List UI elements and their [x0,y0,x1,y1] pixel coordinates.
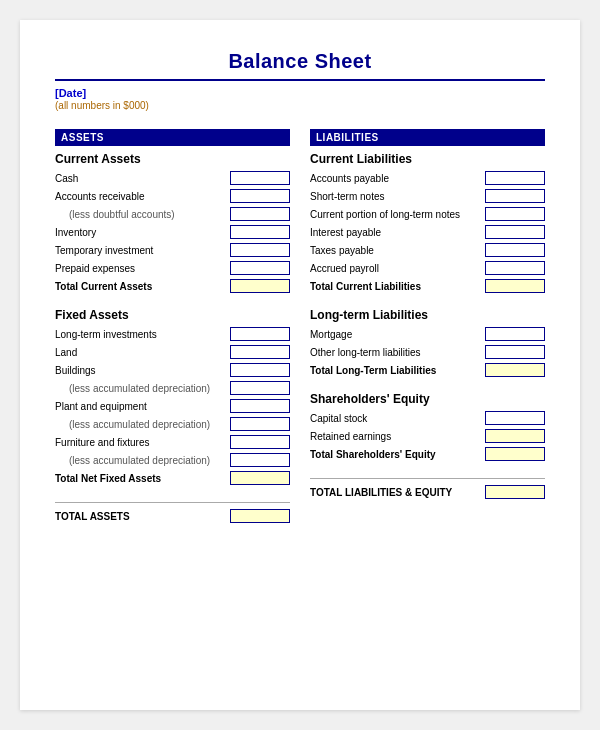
item-label: Cash [55,173,230,184]
page-title: Balance Sheet [55,50,545,73]
title-divider [55,79,545,81]
short-term-notes-input[interactable] [485,189,545,203]
total-current-liabilities-input[interactable] [485,279,545,293]
item-label: Prepaid expenses [55,263,230,274]
list-item: (less accumulated depreciation) [55,380,290,396]
temp-investment-input[interactable] [230,243,290,257]
item-label: (less accumulated depreciation) [55,383,230,394]
list-item: Inventory [55,224,290,240]
balance-sheet-page: Balance Sheet [Date] (all numbers in $00… [20,20,580,710]
list-item: Temporary investment [55,242,290,258]
retained-earnings-input[interactable] [485,429,545,443]
total-fixed-assets-row: Total Net Fixed Assets [55,470,290,486]
list-item: Other long-term liabilities [310,344,545,360]
list-item: Land [55,344,290,360]
plant-depr-input[interactable] [230,417,290,431]
item-label: (less accumulated depreciation) [55,455,230,466]
numbers-note: (all numbers in $000) [55,100,545,111]
total-fixed-assets-label: Total Net Fixed Assets [55,473,230,484]
current-assets-title: Current Assets [55,152,290,166]
list-item: Taxes payable [310,242,545,258]
item-label: Short-term notes [310,191,485,202]
list-item: Short-term notes [310,188,545,204]
current-portion-longterm-input[interactable] [485,207,545,221]
assets-header: ASSETS [55,129,290,146]
date-label: [Date] [55,87,545,99]
list-item: Cash [55,170,290,186]
accounts-payable-input[interactable] [485,171,545,185]
item-label: Accrued payroll [310,263,485,274]
total-liabilities-equity-input[interactable] [485,485,545,499]
interest-payable-input[interactable] [485,225,545,239]
buildings-input[interactable] [230,363,290,377]
total-shareholders-equity-label: Total Shareholders' Equity [310,449,485,460]
list-item: (less doubtful accounts) [55,206,290,222]
list-item: Prepaid expenses [55,260,290,276]
item-label: Capital stock [310,413,485,424]
total-current-liabilities-row: Total Current Liabilities [310,278,545,294]
cash-input[interactable] [230,171,290,185]
list-item: Buildings [55,362,290,378]
longterm-liabilities-title: Long-term Liabilities [310,308,545,322]
item-label: Taxes payable [310,245,485,256]
mortgage-input[interactable] [485,327,545,341]
buildings-depr-input[interactable] [230,381,290,395]
longterm-investments-input[interactable] [230,327,290,341]
capital-stock-input[interactable] [485,411,545,425]
liabilities-header: LIABILITIES [310,129,545,146]
total-current-liabilities-label: Total Current Liabilities [310,281,485,292]
total-assets-row: TOTAL ASSETS [55,502,290,523]
list-item: Mortgage [310,326,545,342]
total-assets-label: TOTAL ASSETS [55,511,130,522]
list-item: Retained earnings [310,428,545,444]
list-item: Interest payable [310,224,545,240]
plant-input[interactable] [230,399,290,413]
accounts-receivable-input[interactable] [230,189,290,203]
total-shareholders-equity-input[interactable] [485,447,545,461]
item-label: Retained earnings [310,431,485,442]
item-label: Temporary investment [55,245,230,256]
accrued-payroll-input[interactable] [485,261,545,275]
item-label: Accounts receivable [55,191,230,202]
furniture-depr-input[interactable] [230,453,290,467]
item-label: Land [55,347,230,358]
total-longterm-liabilities-input[interactable] [485,363,545,377]
fixed-assets-title: Fixed Assets [55,308,290,322]
total-assets-input[interactable] [230,509,290,523]
total-fixed-assets-input[interactable] [230,471,290,485]
furniture-input[interactable] [230,435,290,449]
prepaid-expenses-input[interactable] [230,261,290,275]
item-label: Mortgage [310,329,485,340]
list-item: Capital stock [310,410,545,426]
inventory-input[interactable] [230,225,290,239]
item-label: Accounts payable [310,173,485,184]
item-label: Current portion of long-term notes [310,209,485,220]
land-input[interactable] [230,345,290,359]
total-shareholders-equity-row: Total Shareholders' Equity [310,446,545,462]
item-label: Interest payable [310,227,485,238]
doubtful-accounts-input[interactable] [230,207,290,221]
taxes-payable-input[interactable] [485,243,545,257]
item-label: Furniture and fixtures [55,437,230,448]
list-item: Long-term investments [55,326,290,342]
title-section: Balance Sheet [55,50,545,73]
list-item: Plant and equipment [55,398,290,414]
assets-column: ASSETS Current Assets Cash Accounts rece… [55,129,290,523]
other-longterm-input[interactable] [485,345,545,359]
list-item: (less accumulated depreciation) [55,416,290,432]
total-liabilities-equity-row: TOTAL LIABILITIES & EQUITY [310,478,545,499]
liabilities-column: LIABILITIES Current Liabilities Accounts… [310,129,545,523]
item-label: Inventory [55,227,230,238]
shareholders-equity-title: Shareholders' Equity [310,392,545,406]
total-current-assets-label: Total Current Assets [55,281,230,292]
list-item: Current portion of long-term notes [310,206,545,222]
item-label: (less accumulated depreciation) [55,419,230,430]
list-item: Accrued payroll [310,260,545,276]
item-label: Plant and equipment [55,401,230,412]
total-current-assets-row: Total Current Assets [55,278,290,294]
total-current-assets-input[interactable] [230,279,290,293]
main-columns: ASSETS Current Assets Cash Accounts rece… [55,129,545,523]
total-liabilities-equity-label: TOTAL LIABILITIES & EQUITY [310,487,452,498]
list-item: Furniture and fixtures [55,434,290,450]
current-liabilities-title: Current Liabilities [310,152,545,166]
